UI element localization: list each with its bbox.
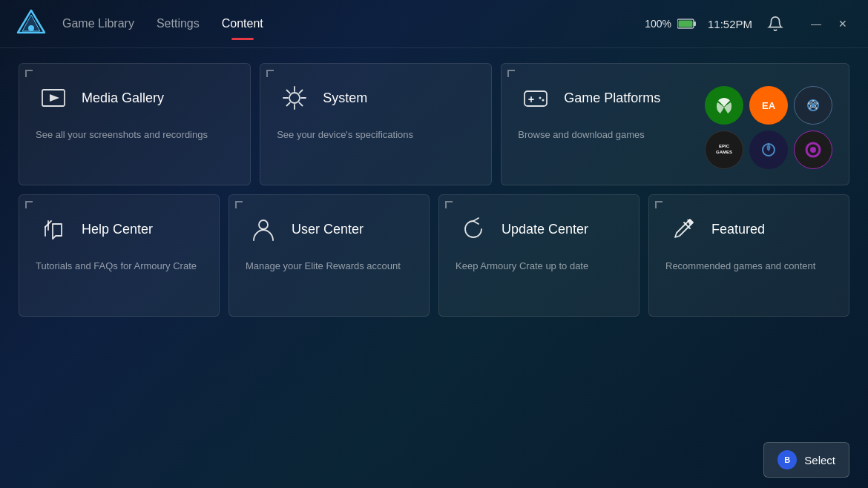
- close-button[interactable]: ✕: [832, 13, 853, 34]
- card-header: Help Center: [36, 211, 203, 247]
- card-corner-decoration: [445, 201, 453, 208]
- card-corner-decoration: [655, 201, 662, 208]
- svg-point-2: [28, 25, 34, 31]
- card-desc: See all your screenshots and recordings: [36, 128, 234, 142]
- svg-marker-7: [50, 94, 59, 102]
- card-title: Update Center: [502, 222, 588, 237]
- select-label: Select: [804, 454, 835, 466]
- card-featured[interactable]: Featured Recommended games and content: [648, 194, 849, 317]
- card-header: User Center: [246, 211, 412, 247]
- user-center-icon: [246, 211, 281, 247]
- select-icon: B: [777, 450, 797, 469]
- card-help-center[interactable]: Help Center Tutorials and FAQs for Armou…: [19, 194, 220, 317]
- card-user-center[interactable]: User Center Manage your Elite Rewards ac…: [228, 194, 430, 317]
- cards-bottom-row: Help Center Tutorials and FAQs for Armou…: [19, 194, 849, 317]
- svg-point-39: [259, 220, 268, 229]
- game-platforms-icon: [518, 80, 553, 116]
- card-corner-decoration: [25, 70, 33, 77]
- svg-point-8: [289, 93, 300, 103]
- card-title: Game Platforms: [564, 90, 660, 106]
- card-header: Media Gallery: [36, 80, 234, 116]
- minimize-button[interactable]: —: [806, 13, 826, 34]
- platform-oculus[interactable]: [794, 131, 832, 169]
- platform-icons-grid: EA: [705, 86, 832, 169]
- help-center-icon: [36, 211, 71, 247]
- svg-point-35: [810, 147, 816, 153]
- window-controls: — ✕: [806, 13, 853, 34]
- card-desc: Browse and download games: [518, 128, 690, 142]
- clock: 11:52PM: [708, 18, 752, 30]
- card-title: Media Gallery: [82, 90, 164, 106]
- card-title: Help Center: [82, 222, 153, 237]
- card-header: Featured: [665, 211, 832, 247]
- card-corner-decoration: [266, 70, 274, 77]
- platform-ubisoft[interactable]: [749, 131, 788, 169]
- svg-line-13: [287, 90, 290, 93]
- tab-game-library[interactable]: Game Library: [62, 13, 134, 34]
- main-nav: Game Library Settings Content: [62, 13, 645, 34]
- card-corner-decoration: [235, 201, 243, 208]
- card-header: System: [277, 80, 475, 116]
- system-icon: [277, 80, 312, 116]
- card-desc: Tutorials and FAQs for Armoury Crate: [36, 259, 203, 274]
- svg-rect-5: [678, 21, 692, 27]
- battery-icon: [677, 19, 697, 29]
- card-title: User Center: [292, 222, 364, 237]
- svg-rect-4: [694, 22, 696, 26]
- card-title: Featured: [711, 222, 765, 237]
- platform-xbox[interactable]: [705, 86, 743, 125]
- header: Game Library Settings Content 100% 11:52…: [0, 0, 868, 48]
- update-center-icon: [456, 211, 491, 247]
- platform-steam[interactable]: [794, 86, 832, 125]
- svg-text:EA: EA: [762, 100, 776, 111]
- card-desc: Manage your Elite Rewards account: [246, 259, 412, 274]
- cards-top-row: Media Gallery See all your screenshots a…: [19, 63, 849, 185]
- platform-epic[interactable]: EPIC GAMES: [705, 131, 743, 169]
- svg-line-16: [287, 102, 290, 105]
- card-update-center[interactable]: Update Center Keep Armoury Crate up to d…: [438, 194, 640, 317]
- card-corner-decoration: [25, 201, 33, 208]
- svg-text:GAMES: GAMES: [716, 150, 732, 154]
- card-system[interactable]: System See your device's specifications: [260, 63, 492, 185]
- battery-percent: 100%: [645, 18, 671, 30]
- svg-rect-17: [525, 91, 547, 106]
- svg-line-14: [299, 102, 302, 105]
- featured-icon: [665, 211, 701, 247]
- svg-point-21: [542, 99, 545, 102]
- platform-ea[interactable]: EA: [749, 86, 788, 125]
- card-header: Game Platforms: [518, 80, 690, 116]
- svg-point-20: [539, 97, 542, 99]
- svg-line-15: [299, 90, 302, 93]
- svg-text:EPIC: EPIC: [719, 144, 730, 148]
- card-desc: Keep Armoury Crate up to date: [456, 259, 622, 274]
- card-title: System: [323, 90, 367, 106]
- app-logo: [15, 7, 47, 40]
- notification-button[interactable]: [763, 12, 787, 36]
- main-content: Media Gallery See all your screenshots a…: [0, 48, 868, 332]
- card-header: Update Center: [456, 211, 622, 247]
- tab-settings[interactable]: Settings: [157, 13, 200, 34]
- card-desc: Recommended games and content: [665, 259, 832, 274]
- bottom-bar: B Select: [745, 432, 868, 488]
- card-media-gallery[interactable]: Media Gallery See all your screenshots a…: [19, 63, 251, 185]
- tab-content[interactable]: Content: [222, 13, 263, 34]
- select-button[interactable]: B Select: [763, 442, 849, 478]
- media-gallery-icon: [36, 80, 71, 116]
- card-game-platforms[interactable]: Game Platforms Browse and download games: [501, 63, 849, 185]
- battery-info: 100%: [645, 18, 697, 30]
- card-desc: See your device's specifications: [277, 128, 475, 142]
- card-corner-decoration: [507, 70, 515, 77]
- header-right: 100% 11:52PM — ✕: [645, 12, 853, 36]
